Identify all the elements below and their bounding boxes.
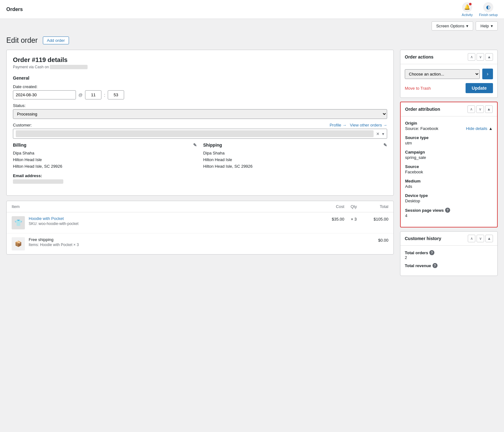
order-attribution-title: Order attribution bbox=[405, 107, 440, 112]
general-section-title: General bbox=[13, 76, 387, 81]
page-header: Edit order Add order bbox=[0, 33, 504, 50]
total-revenue-help-icon[interactable]: ? bbox=[432, 263, 438, 268]
item-total: $105.00 bbox=[363, 216, 388, 222]
activity-notification-dot bbox=[469, 3, 472, 5]
view-orders-link[interactable]: View other orders → bbox=[350, 123, 387, 127]
shipping-edit-icon[interactable]: ✎ bbox=[383, 143, 387, 148]
page-section-title: Orders bbox=[6, 7, 23, 12]
session-views-label: Session page views ? bbox=[405, 208, 493, 213]
date-label: Date created: bbox=[13, 84, 387, 89]
attribution-up-button[interactable]: ∧ bbox=[467, 105, 475, 113]
shipping-title: Shipping ✎ bbox=[203, 143, 387, 148]
items-table-header: Item Cost Qty Total bbox=[7, 201, 393, 212]
item-name-link[interactable]: Hoodie with Pocket bbox=[29, 216, 64, 221]
table-row: 👕 Hoodie with Pocket SKU: woo-hoodie-wit… bbox=[7, 212, 393, 233]
history-collapse-button[interactable]: ▲ bbox=[485, 235, 493, 242]
finish-setup-button[interactable]: ◐ Finish setup bbox=[479, 2, 498, 17]
shipping-info: Free shipping Items: Hoodie with Pocket … bbox=[29, 237, 319, 247]
action-row: Choose an action... › bbox=[405, 69, 493, 79]
status-field: Status: Processing Pending payment On ho… bbox=[13, 103, 387, 119]
order-actions-title: Order actions bbox=[405, 54, 433, 59]
activity-button[interactable]: 🔔 Activity bbox=[462, 2, 473, 17]
at-sign: @ bbox=[78, 93, 83, 97]
customer-label: Customer: bbox=[13, 123, 32, 127]
session-views-value: 4 bbox=[405, 213, 493, 218]
panel-collapse-button[interactable]: ▲ bbox=[485, 53, 493, 61]
panel-down-button[interactable]: ∨ bbox=[477, 53, 484, 61]
customer-history-body: Total orders ? 2 Total revenue ? bbox=[400, 246, 497, 276]
panel-up-button[interactable]: ∧ bbox=[468, 53, 475, 61]
order-actions-body: Choose an action... › Move to Trash Upda… bbox=[400, 64, 497, 98]
session-views-field: Session page views ? 4 bbox=[405, 208, 493, 218]
item-sku: SKU: woo-hoodie-with-pocket bbox=[29, 222, 319, 226]
shipping-method-name: Free shipping bbox=[29, 237, 319, 242]
order-attribution-header: Order attribution ∧ ∨ ▲ bbox=[401, 102, 497, 116]
screen-options-button[interactable]: Screen Options ▾ bbox=[432, 21, 473, 31]
admin-bar: Orders 🔔 Activity ◐ Finish setup bbox=[0, 0, 504, 19]
shipping-total: $0.00 bbox=[363, 237, 388, 243]
billing-title: Billing ✎ bbox=[13, 143, 197, 148]
screen-options-bar: Screen Options ▾ Help ▾ bbox=[0, 19, 504, 33]
finish-setup-icon: ◐ bbox=[483, 2, 493, 12]
help-button[interactable]: Help ▾ bbox=[476, 21, 498, 31]
profile-link[interactable]: Profile → bbox=[329, 123, 346, 127]
history-down-button[interactable]: ∨ bbox=[477, 235, 484, 242]
customer-links: Profile → View other orders → bbox=[329, 123, 387, 127]
left-column: Order #119 details Payment via Cash on G… bbox=[6, 50, 394, 280]
item-info: Hoodie with Pocket SKU: woo-hoodie-with-… bbox=[29, 216, 319, 226]
col-header-qty: Qty bbox=[344, 204, 363, 209]
customer-history-header: Customer history ∧ ∨ ▲ bbox=[400, 232, 497, 246]
payment-blurred bbox=[50, 65, 88, 69]
hide-details-wrap: Hide details ▲ bbox=[466, 126, 493, 131]
shipping-thumbnail: 📦 bbox=[12, 237, 25, 250]
session-views-help-icon[interactable]: ? bbox=[445, 208, 450, 213]
activity-icon: 🔔 bbox=[462, 2, 472, 12]
minute-input[interactable] bbox=[108, 90, 124, 99]
shipping-row: 📦 Free shipping Items: Hoodie with Pocke… bbox=[7, 233, 393, 254]
total-orders-help-icon[interactable]: ? bbox=[429, 250, 434, 255]
action-go-button[interactable]: › bbox=[482, 69, 493, 79]
add-order-button[interactable]: Add order bbox=[43, 36, 69, 44]
medium-label: Medium bbox=[405, 179, 493, 183]
total-revenue-field: Total revenue ? bbox=[405, 263, 493, 268]
hide-details-link[interactable]: Hide details bbox=[466, 126, 487, 131]
attribution-down-button[interactable]: ∨ bbox=[476, 105, 484, 113]
right-column: Order actions ∧ ∨ ▲ Choose an action... … bbox=[400, 50, 498, 280]
source-value: Facebook bbox=[405, 170, 493, 174]
device-type-value: Desktop bbox=[405, 199, 493, 203]
campaign-value: spring_sale bbox=[405, 155, 493, 160]
customer-dropdown-arrow[interactable]: ▾ bbox=[382, 132, 384, 136]
origin-label: Origin bbox=[405, 121, 493, 126]
payment-note: Payment via Cash on bbox=[13, 65, 387, 69]
device-type-field: Device type Desktop bbox=[405, 193, 493, 203]
items-card: Item Cost Qty Total 👕 Hoodie with Pocket… bbox=[6, 201, 394, 255]
customer-input[interactable]: ✕ ▾ bbox=[13, 129, 387, 139]
hide-details-arrow: ▲ bbox=[489, 126, 493, 131]
campaign-label: Campaign bbox=[405, 150, 493, 154]
order-actions-header: Order actions ∧ ∨ ▲ bbox=[400, 50, 497, 64]
update-button[interactable]: Update bbox=[466, 83, 493, 93]
date-input[interactable] bbox=[13, 90, 76, 99]
attribution-panel-controls: ∧ ∨ ▲ bbox=[467, 105, 493, 113]
status-select[interactable]: Processing Pending payment On hold Compl… bbox=[13, 109, 387, 119]
history-up-button[interactable]: ∧ bbox=[468, 235, 475, 242]
origin-field: Origin Source: Facebook Hide details ▲ bbox=[405, 121, 493, 131]
source-type-value: utm bbox=[405, 141, 493, 145]
device-type-label: Device type bbox=[405, 193, 493, 198]
col-header-cost: Cost bbox=[319, 204, 344, 209]
total-orders-value: 2 bbox=[405, 255, 493, 260]
medium-field: Medium Ads bbox=[405, 179, 493, 189]
origin-value: Source: Facebook bbox=[405, 126, 438, 131]
campaign-field: Campaign spring_sale bbox=[405, 150, 493, 160]
hour-input[interactable] bbox=[85, 90, 101, 99]
shipping-items-label: Items: Hoodie with Pocket × 3 bbox=[29, 243, 319, 247]
action-select[interactable]: Choose an action... bbox=[405, 69, 480, 79]
clear-customer-button[interactable]: ✕ bbox=[376, 132, 380, 136]
move-to-trash-link[interactable]: Move to Trash bbox=[405, 86, 431, 91]
item-cost: $35.00 bbox=[319, 216, 344, 222]
main-layout: Order #119 details Payment via Cash on G… bbox=[0, 50, 504, 286]
attribution-collapse-button[interactable]: ▲ bbox=[485, 105, 493, 113]
status-label: Status: bbox=[13, 103, 387, 108]
panel-controls: ∧ ∨ ▲ bbox=[468, 53, 493, 61]
billing-edit-icon[interactable]: ✎ bbox=[193, 143, 197, 148]
